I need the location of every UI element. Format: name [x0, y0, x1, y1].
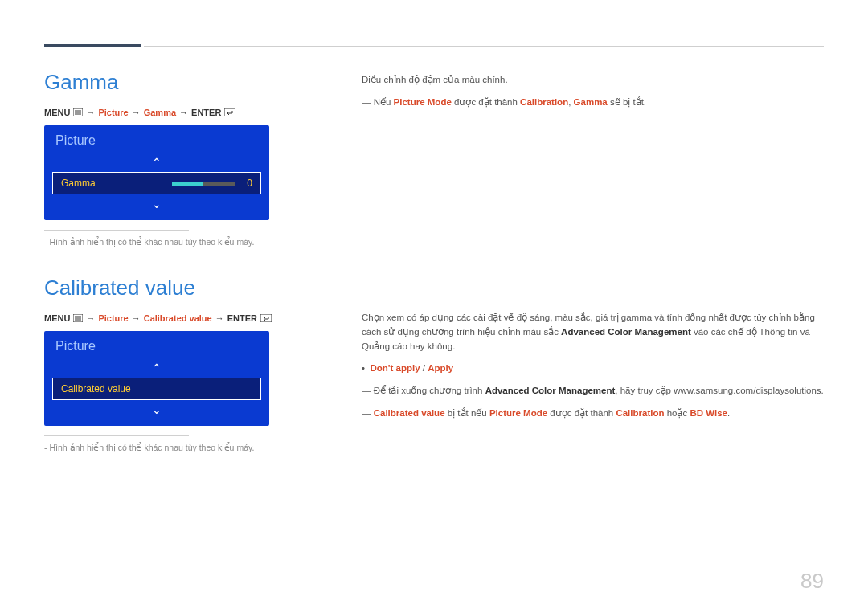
page-number: 89 [800, 569, 824, 594]
acm-ref: Advanced Color Management [561, 327, 691, 337]
acm-ref: Advanced Color Management [485, 386, 616, 395]
gamma-title: Gamma [44, 70, 317, 95]
svg-rect-9 [260, 314, 272, 322]
osd-panel-title: Picture [44, 331, 269, 358]
header-line [144, 46, 824, 47]
gamma-right-block: Điều chỉnh độ đậm của màu chính. ― Nếu P… [362, 73, 824, 282]
breadcrumb-picture: Picture [98, 108, 128, 117]
calibrated-title: Calibrated value [44, 276, 317, 300]
arrow-icon: → [86, 108, 95, 117]
gamma-desc: Điều chỉnh độ đậm của màu chính. [362, 73, 824, 88]
chevron-up-icon[interactable]: ⌃ [44, 153, 269, 172]
option-dont-apply: Don't apply [370, 363, 420, 373]
gamma-breadcrumb: MENU → Picture → Gamma → ENTER [44, 108, 317, 117]
menu-icon [73, 108, 83, 116]
gamma-osd-panel: Picture ⌃ Gamma 0 ⌄ [44, 125, 269, 220]
calibrated-right-block: Chọn xem có áp dụng các cài đặt về độ sá… [362, 311, 824, 421]
calibrated-value-ref: Calibrated value [374, 408, 445, 418]
gamma-value: 0 [241, 178, 252, 189]
osd-panel-title: Picture [44, 125, 269, 153]
calibrated-breadcrumb: MENU → Picture → Calibrated value → ENTE… [44, 313, 317, 323]
text: , hãy truy cập www.samsung.com/displayso… [615, 386, 823, 395]
breadcrumb-picture: Picture [98, 313, 128, 323]
slider-fill [172, 182, 203, 186]
bdwise-ref: BD Wise [690, 408, 727, 418]
calibrated-options: • Don't apply / Apply [362, 362, 824, 376]
gamma-slider[interactable]: 0 [172, 178, 252, 189]
arrow-icon: → [179, 108, 188, 117]
picture-mode-ref: Picture Mode [394, 97, 452, 107]
text: . [727, 408, 730, 418]
slider-track [172, 182, 235, 186]
arrow-icon: → [132, 108, 141, 117]
calibrated-note: - Hình ảnh hiển thị có thể khác nhau tùy… [44, 443, 317, 452]
text: ― Để tải xuống chương trình [362, 386, 485, 395]
text: sẽ bị tắt. [608, 97, 646, 107]
gamma-warn: ― Nếu Picture Mode được đặt thành Calibr… [362, 96, 824, 110]
calibrated-row-label: Calibrated value [61, 383, 131, 394]
chevron-down-icon[interactable]: ⌄ [44, 194, 269, 214]
chevron-up-icon[interactable]: ⌃ [44, 358, 269, 378]
text: bị tắt nếu [445, 408, 489, 418]
picture-mode-ref: Picture Mode [489, 408, 547, 418]
divider-line [44, 230, 189, 231]
breadcrumb-menu: MENU [44, 313, 70, 323]
header-accent [44, 44, 141, 47]
gamma-note: - Hình ảnh hiển thị có thể khác nhau tùy… [44, 237, 317, 247]
text: được đặt thành [547, 408, 616, 418]
gamma-ref: Gamma [574, 97, 608, 107]
breadcrumb-enter: ENTER [227, 313, 257, 323]
calibrated-osd-panel: Picture ⌃ Calibrated value ⌄ [44, 331, 269, 426]
divider-line [44, 435, 189, 436]
breadcrumb-menu: MENU [44, 108, 70, 117]
enter-icon [260, 314, 272, 322]
calibration-ref: Calibration [616, 408, 664, 418]
breadcrumb-gamma: Gamma [144, 108, 176, 117]
calibrated-warn: ― Calibrated value bị tắt nếu Picture Mo… [362, 407, 824, 421]
enter-icon [224, 108, 235, 116]
option-apply: Apply [428, 363, 453, 373]
calibrated-left-block: Calibrated value MENU → Picture → Calibr… [44, 276, 317, 452]
gamma-row[interactable]: Gamma 0 [52, 172, 261, 194]
calibration-ref: Calibration [520, 97, 568, 107]
svg-rect-4 [224, 108, 235, 116]
menu-icon [73, 314, 83, 322]
arrow-icon: → [215, 313, 224, 323]
gamma-left-block: Gamma MENU → Picture → Gamma → ENTER [44, 70, 317, 247]
breadcrumb-enter: ENTER [191, 108, 221, 117]
text: / [420, 363, 428, 373]
breadcrumb-calibrated: Calibrated value [144, 313, 212, 323]
text: hoặc [664, 408, 690, 418]
text: ― Nếu [362, 97, 394, 107]
calibrated-download: ― Để tải xuống chương trình Advanced Col… [362, 384, 824, 398]
text: được đặt thành [452, 97, 520, 107]
arrow-icon: → [86, 313, 95, 323]
calibrated-desc: Chọn xem có áp dụng các cài đặt về độ sá… [362, 311, 824, 353]
chevron-down-icon[interactable]: ⌄ [44, 400, 269, 419]
header-rule [44, 44, 824, 47]
calibrated-row[interactable]: Calibrated value [52, 378, 261, 400]
gamma-row-label: Gamma [61, 178, 96, 189]
arrow-icon: → [132, 313, 141, 323]
